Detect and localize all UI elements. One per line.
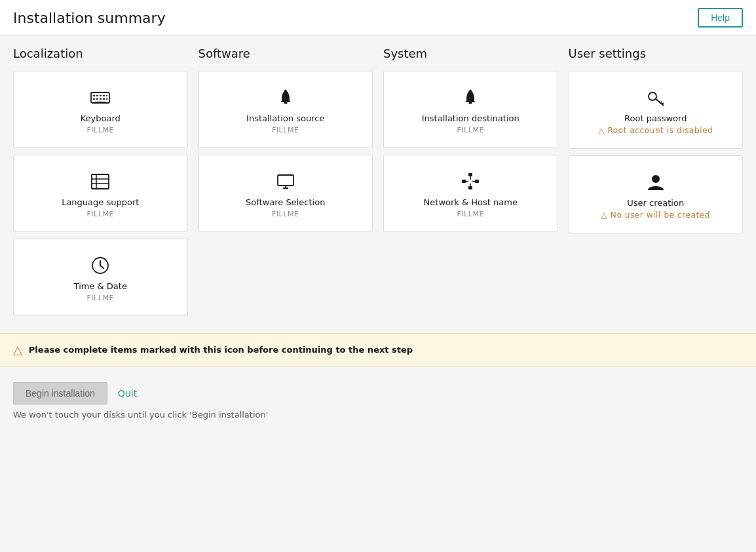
- warning-icon-inline: △: [598, 126, 605, 135]
- tile-status-time-date: FILLME: [86, 294, 114, 302]
- column-heading-localization: Localization: [13, 47, 188, 63]
- tile-label-root-password: Root password: [624, 113, 687, 123]
- svg-point-38: [652, 175, 660, 183]
- tile-status-network-hostname: FILLME: [457, 210, 484, 218]
- svg-rect-2: [96, 95, 98, 96]
- column-heading-software: Software: [198, 47, 373, 63]
- user-icon: [645, 172, 666, 198]
- warning-banner-icon: △: [13, 343, 22, 357]
- tile-label-installation-destination: Installation destination: [422, 113, 520, 123]
- svg-rect-12: [92, 174, 109, 189]
- tile-label-keyboard: Keyboard: [81, 113, 121, 123]
- column-user-settings: User settingsRoot password△ Root account…: [569, 47, 744, 316]
- main-content: LocalizationKeyboardFILLMELanguage suppo…: [0, 36, 756, 323]
- tile-label-user-creation: User creation: [627, 198, 684, 208]
- bell-icon: [460, 87, 481, 113]
- svg-rect-7: [96, 98, 98, 100]
- svg-point-25: [470, 90, 472, 92]
- svg-rect-21: [278, 175, 293, 186]
- tile-keyboard[interactable]: KeyboardFILLME: [13, 71, 188, 148]
- tile-status-root-password: △ Root account is disabled: [598, 126, 713, 135]
- svg-rect-0: [91, 92, 109, 103]
- tile-label-software-selection: Software Selection: [246, 197, 325, 207]
- svg-point-20: [284, 90, 286, 92]
- quit-button[interactable]: Quit: [115, 383, 140, 404]
- columns-wrapper: LocalizationKeyboardFILLMELanguage suppo…: [13, 47, 743, 316]
- warning-banner: △ Please complete items marked with this…: [0, 333, 756, 366]
- tile-status-language-support: FILLME: [86, 210, 114, 218]
- column-heading-user-settings: User settings: [569, 47, 744, 63]
- svg-rect-3: [100, 95, 102, 96]
- begin-installation-button[interactable]: Begin installation: [13, 382, 107, 404]
- tile-installation-source[interactable]: Installation sourceFILLME: [198, 71, 373, 148]
- svg-rect-6: [93, 98, 95, 100]
- column-localization: LocalizationKeyboardFILLMELanguage suppo…: [13, 47, 188, 316]
- tiles-user-settings: Root password△ Root account is disabledU…: [569, 71, 744, 233]
- svg-rect-9: [103, 98, 105, 100]
- bell-icon: [275, 87, 296, 113]
- tile-root-password[interactable]: Root password△ Root account is disabled: [569, 71, 744, 149]
- keyboard-icon: [90, 87, 111, 113]
- svg-rect-8: [100, 98, 102, 100]
- tile-user-creation[interactable]: User creation△ No user will be created: [569, 155, 744, 233]
- tile-status-installation-destination: FILLME: [457, 126, 484, 134]
- tile-status-installation-source: FILLME: [272, 126, 299, 134]
- warning-banner-text: Please complete items marked with this i…: [29, 345, 413, 355]
- key-icon: [645, 87, 666, 113]
- svg-rect-11: [95, 102, 105, 103]
- tile-label-language-support: Language support: [62, 197, 139, 207]
- help-button[interactable]: Help: [698, 8, 743, 28]
- svg-rect-28: [475, 180, 479, 183]
- tile-network-hostname[interactable]: Network & Host nameFILLME: [383, 155, 558, 232]
- column-system: SystemInstallation destinationFILLMENetw…: [383, 47, 558, 316]
- column-software: SoftwareInstallation sourceFILLMESoftwar…: [198, 47, 373, 316]
- tile-status-user-creation: △ No user will be created: [601, 210, 710, 220]
- svg-rect-1: [93, 95, 95, 96]
- svg-rect-19: [284, 102, 287, 104]
- svg-rect-4: [103, 95, 105, 96]
- tiles-localization: KeyboardFILLMELanguage supportFILLMETime…: [13, 71, 188, 316]
- svg-rect-27: [462, 180, 466, 183]
- tile-label-time-date: Time & Date: [74, 281, 127, 291]
- bottom-note: We won't touch your disks until you clic…: [0, 410, 756, 433]
- header: Installation summary Help: [0, 0, 756, 36]
- svg-rect-26: [468, 173, 472, 176]
- language-icon: [90, 171, 111, 197]
- tile-time-date[interactable]: Time & DateFILLME: [13, 239, 188, 316]
- svg-line-37: [662, 103, 664, 104]
- tile-installation-destination[interactable]: Installation destinationFILLME: [383, 71, 558, 148]
- svg-rect-24: [469, 102, 472, 104]
- column-heading-system: System: [383, 47, 558, 63]
- network-icon: [460, 171, 481, 197]
- tiles-system: Installation destinationFILLMENetwork & …: [383, 71, 558, 232]
- tile-label-network-hostname: Network & Host name: [424, 197, 518, 207]
- tile-label-installation-source: Installation source: [246, 113, 324, 123]
- tile-software-selection[interactable]: Software SelectionFILLME: [198, 155, 373, 232]
- tiles-software: Installation sourceFILLMESoftware Select…: [198, 71, 373, 232]
- svg-rect-5: [106, 95, 107, 96]
- svg-rect-29: [468, 186, 472, 189]
- tile-status-keyboard: FILLME: [86, 126, 114, 134]
- tile-language-support[interactable]: Language supportFILLME: [13, 155, 188, 232]
- warning-icon-inline: △: [601, 210, 608, 220]
- svg-rect-10: [106, 98, 107, 100]
- clock-icon: [90, 255, 111, 281]
- display-icon: [275, 171, 296, 197]
- bottom-actions: Begin installation Quit: [0, 366, 756, 410]
- tile-status-software-selection: FILLME: [272, 210, 299, 218]
- page-title: Installation summary: [13, 10, 166, 26]
- svg-line-18: [100, 266, 104, 268]
